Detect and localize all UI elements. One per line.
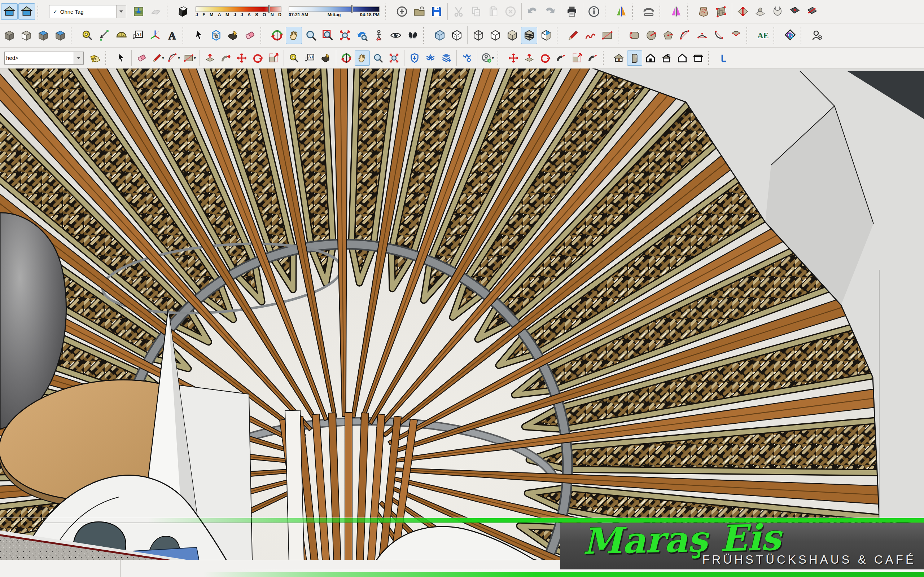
style-monochrome-button[interactable] (538, 27, 554, 44)
pencil-button[interactable] (565, 27, 581, 44)
paint-bucket-button[interactable] (225, 27, 241, 44)
style-wireframe-button[interactable] (470, 27, 486, 44)
paste-button[interactable] (485, 3, 501, 20)
axes-button[interactable] (147, 27, 163, 44)
orbit-button[interactable] (269, 27, 285, 44)
arc-tools-button[interactable]: ▾ (166, 50, 181, 66)
view-iso-button[interactable] (611, 50, 626, 66)
toolbar-group-handle[interactable] (183, 27, 189, 44)
toolbar-group-handle[interactable] (385, 3, 392, 20)
position-camera-button[interactable] (370, 27, 387, 44)
add-location-button[interactable] (130, 3, 147, 20)
extension-knot-logo-button[interactable] (782, 27, 798, 44)
ext-layers-button[interactable] (439, 50, 454, 66)
rotate-button[interactable] (538, 50, 553, 66)
scale-button[interactable] (569, 50, 585, 66)
shape-tools-button[interactable]: ▾ (182, 50, 197, 66)
eraser-button[interactable] (242, 27, 258, 44)
toolbar-group-handle[interactable] (659, 3, 666, 20)
freehand-button[interactable] (582, 27, 598, 44)
component-box-4-button[interactable] (52, 27, 68, 44)
eraser-button[interactable] (134, 50, 149, 66)
ext-shield-button[interactable] (407, 50, 422, 66)
copy-button[interactable] (468, 3, 484, 20)
component-box-3-button[interactable] (35, 27, 51, 44)
viewport-3d-model[interactable] (0, 68, 924, 577)
bend-arc-button[interactable] (640, 3, 657, 20)
toolbar-group-handle[interactable] (71, 27, 77, 44)
account-button[interactable]: ▾ (480, 50, 495, 66)
tape-measure-button[interactable] (79, 27, 95, 44)
view-right-button[interactable] (691, 50, 706, 66)
select-button[interactable] (191, 27, 207, 44)
combo-dropdown-arrow-icon[interactable] (74, 52, 83, 64)
terrain-from-contours-button[interactable] (695, 3, 712, 20)
select-button[interactable] (114, 50, 129, 66)
component-box-2-button[interactable] (18, 27, 34, 44)
new-file-button[interactable] (394, 3, 410, 20)
dimensions-button[interactable] (96, 27, 112, 44)
zoom-extents-button[interactable] (337, 27, 353, 44)
shadow-time-slider[interactable]: 07:21 AMMittag04:18 PM (289, 6, 380, 17)
dropdown-caret-icon[interactable]: ▾ (178, 55, 180, 61)
pan-button[interactable] (355, 50, 370, 66)
move-button[interactable] (506, 50, 521, 66)
follow-me-button[interactable] (218, 50, 233, 66)
arc-tool-button[interactable] (677, 27, 693, 44)
move-button[interactable] (234, 50, 249, 66)
toolbar-group-handle[interactable] (632, 3, 639, 20)
line-rect-button[interactable] (599, 27, 615, 44)
scale-button[interactable] (266, 50, 281, 66)
toolbar-group-handle[interactable] (708, 51, 715, 65)
rotate-button[interactable] (250, 50, 265, 66)
ext-partial-right-button[interactable] (717, 50, 732, 66)
orbit-button[interactable] (339, 50, 354, 66)
component-box-1-button[interactable] (1, 27, 17, 44)
dropdown-caret-icon[interactable]: ▾ (162, 55, 165, 61)
three-point-arc-button[interactable] (711, 27, 727, 44)
polygon-tool-button[interactable] (660, 27, 676, 44)
extension-ae-button[interactable]: AE (755, 27, 771, 44)
mirror-axis-button[interactable] (668, 3, 685, 20)
date-slider-track[interactable] (195, 6, 281, 12)
toolbar-group-handle[interactable] (557, 27, 563, 44)
toolbar-group-handle[interactable] (801, 27, 807, 44)
view-front-button[interactable] (643, 50, 658, 66)
zoom-button[interactable] (370, 50, 386, 66)
style-shaded-textures-button[interactable] (521, 27, 537, 44)
view-left-button[interactable] (675, 50, 690, 66)
smoove-button[interactable] (735, 3, 751, 20)
time-slider-thumb[interactable] (351, 5, 352, 13)
pie-tool-button[interactable] (728, 27, 744, 44)
tag-manager-button[interactable] (88, 50, 103, 66)
photo-texture-left-button[interactable] (1, 3, 18, 20)
toggle-terrain-button[interactable] (147, 3, 164, 20)
add-detail-button[interactable] (787, 3, 803, 20)
push-pull-button[interactable] (522, 50, 537, 66)
ext-settings-button[interactable] (459, 50, 475, 66)
model-info-button[interactable] (586, 3, 602, 20)
time-slider-track[interactable] (289, 6, 380, 12)
flip-edge-button[interactable] (804, 3, 821, 20)
paint-bucket-button[interactable] (318, 50, 333, 66)
ext-weld-button[interactable] (423, 50, 438, 66)
view-back-button[interactable] (659, 50, 674, 66)
look-around-button[interactable] (388, 27, 404, 44)
dropdown-caret-icon[interactable]: ▾ (194, 55, 196, 61)
terrain-from-scratch-button[interactable] (712, 3, 729, 20)
tag-filter-combobox[interactable]: ✓Ohne Tag (49, 5, 126, 18)
toolbar-group-handle[interactable] (260, 27, 267, 44)
mirror-selection-button[interactable] (613, 3, 630, 20)
line-tools-button[interactable]: ▾ (150, 50, 165, 66)
toolbar-group-handle[interactable] (603, 51, 609, 65)
toolbar-group-handle[interactable] (687, 3, 693, 20)
toolbar-group-handle[interactable] (423, 27, 430, 44)
zoom-extents-button[interactable] (386, 50, 402, 66)
protractor-button[interactable] (113, 27, 129, 44)
combo-dropdown-arrow-icon[interactable] (116, 5, 126, 18)
shadow-date-slider[interactable]: JFMAMJJASOND (195, 6, 281, 17)
text-button[interactable]: A1 (130, 27, 146, 44)
rounded-rectangle-button[interactable] (626, 27, 642, 44)
style-combobox[interactable]: hed> (4, 52, 84, 64)
walk-button[interactable] (404, 27, 421, 44)
